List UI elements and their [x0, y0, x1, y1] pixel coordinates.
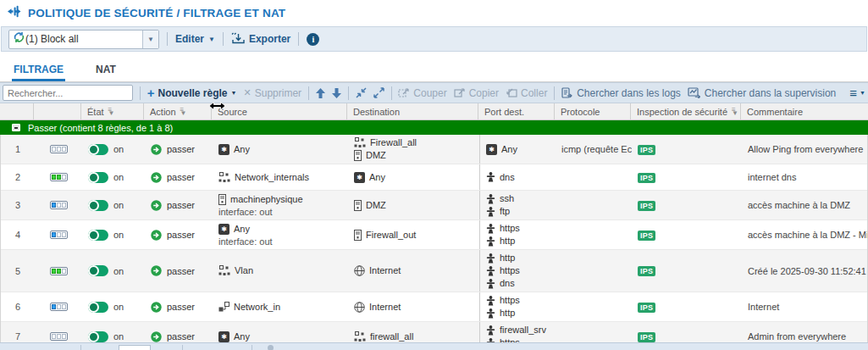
sort-icon[interactable]: ≡▼: [732, 108, 738, 115]
rule-row[interactable]: 3onpassermachinephysiqueinterface: outDM…: [1, 191, 867, 220]
paste-label: Coller: [521, 87, 547, 99]
move-down-button[interactable]: [332, 88, 341, 98]
toggle-knob: [88, 230, 99, 241]
state-toggle[interactable]: [88, 265, 108, 276]
object-entry: http: [486, 235, 550, 247]
ips-badge: IPS: [638, 201, 655, 211]
ips-badge: IPS: [638, 266, 655, 276]
port-icon: [486, 207, 495, 217]
sort-icon[interactable]: ≡▼: [180, 108, 187, 115]
refresh-icon[interactable]: [268, 345, 274, 350]
expand-all-button[interactable]: [373, 87, 384, 98]
object-entry: ✱Any: [486, 143, 550, 156]
column-protocole[interactable]: Protocole: [555, 103, 631, 119]
action-cell: passer: [145, 198, 213, 213]
toggle-knob: [88, 200, 99, 211]
any-icon: ✱: [486, 144, 497, 155]
rule-number: 6: [1, 300, 35, 314]
search-input[interactable]: [3, 85, 133, 101]
policy-selected-value: (1) Block all: [25, 33, 142, 45]
rule-row[interactable]: 6onpasserNetwork_inInternethttpshttpIPSI…: [1, 292, 867, 322]
column-port[interactable]: Port dest.: [478, 103, 555, 119]
column-source[interactable]: Source: [212, 103, 347, 119]
policy-selector[interactable]: (1) Block all ▼: [8, 30, 159, 49]
protocol-cell: [556, 175, 632, 179]
state-toggle[interactable]: [88, 230, 108, 241]
collapse-all-button[interactable]: [356, 87, 367, 98]
state-toggle[interactable]: [88, 172, 108, 183]
object-entry: https: [486, 222, 550, 235]
rule-row[interactable]: 4onpasser✱Anyinterface: outFirewall_outh…: [1, 220, 867, 250]
object-entry: DMZ: [354, 149, 473, 162]
state-toggle[interactable]: [88, 144, 108, 155]
column-destination[interactable]: Destination: [347, 103, 478, 119]
object-label: Any: [234, 143, 250, 156]
rule-row[interactable]: 2onpasserNetwork_internals✱AnydnsIPSinte…: [1, 164, 867, 191]
any-icon: ✱: [218, 224, 229, 235]
usage-gauge-icon: [50, 201, 68, 209]
tab-filtrage[interactable]: FILTRAGE: [12, 58, 65, 81]
status-bar: [0, 342, 868, 350]
search-supervision-button[interactable]: Chercher dans la supervision: [688, 87, 836, 99]
rule-row[interactable]: 1onpasser✱AnyFirewall_allDMZ✱Anyicmp (re…: [1, 135, 867, 164]
protocol-cell: icmp (requête Echo: [556, 142, 632, 156]
column-commentaire[interactable]: Commentaire: [741, 103, 868, 119]
tab-nat[interactable]: NAT: [94, 58, 118, 81]
column-etat-label: État: [87, 107, 104, 117]
state-toggle[interactable]: [88, 331, 108, 342]
state-toggle[interactable]: [88, 302, 108, 313]
info-icon[interactable]: i: [307, 33, 319, 46]
separator: [391, 86, 392, 100]
action-cell: passer: [145, 330, 213, 344]
ips-badge: IPS: [638, 173, 655, 183]
search-logs-label: Chercher dans les logs: [577, 87, 681, 99]
search-logs-button[interactable]: Chercher dans les logs: [561, 87, 681, 99]
comment-cell: accès machine à la DMZ: [742, 198, 867, 212]
edit-button[interactable]: Editer ▼: [175, 33, 215, 45]
column-etat[interactable]: État ≡▼: [81, 103, 144, 119]
source-cell: ✱Anyinterface: out: [213, 221, 348, 249]
export-button[interactable]: Exporter: [231, 32, 290, 47]
export-icon: [231, 32, 245, 47]
page-number-input[interactable]: [119, 345, 151, 350]
table-header: État ≡▼ Action ≡▼ Source Destination Por…: [0, 103, 868, 120]
server-icon: [218, 194, 226, 205]
collapse-all-icon: [356, 87, 367, 98]
port-icon: [486, 325, 495, 336]
port-icon: [486, 308, 495, 319]
delete-button[interactable]: ✕ Supprimer: [243, 87, 301, 99]
policy-caret-button[interactable]: ▼: [142, 31, 158, 48]
object-label: ssh: [500, 192, 514, 205]
sort-icon[interactable]: ≡▼: [108, 108, 115, 115]
column-inspection[interactable]: Inspection de sécurité ≡▼: [631, 103, 741, 119]
object-entry: ✱Any: [354, 171, 473, 184]
collapse-group-icon[interactable]: [12, 124, 20, 131]
object-label: http: [500, 252, 515, 264]
destination-cell: ✱Any: [348, 169, 479, 186]
paste-button[interactable]: Coller: [506, 87, 547, 99]
move-up-button[interactable]: [316, 88, 325, 98]
chevron-down-icon: ▼: [208, 36, 215, 43]
protocol-cell: [556, 269, 632, 273]
pass-action-icon: [151, 144, 162, 155]
state-toggle[interactable]: [88, 200, 108, 211]
column-row-number: [0, 103, 34, 119]
rule-row[interactable]: 5onpasserVlanInternethttphttpsdnsIPSCréé…: [1, 250, 867, 292]
rule-number: 5: [1, 264, 35, 278]
object-label: machinephysique: [230, 193, 303, 206]
protocol-cell: [556, 305, 632, 308]
arrow-down-icon: [332, 88, 341, 98]
object-label: Vlan: [235, 264, 253, 277]
cut-button[interactable]: Couper: [398, 87, 446, 99]
object-label: DMZ: [366, 149, 386, 162]
new-rule-button[interactable]: + Nouvelle règle ▼: [147, 87, 237, 99]
object-label: DMZ: [366, 199, 386, 212]
columns-menu-button[interactable]: ≡ ▼: [849, 86, 865, 100]
port-icon: [486, 224, 495, 234]
copy-button[interactable]: Copier: [454, 87, 499, 99]
action-label: passer: [167, 144, 195, 154]
rule-group-header[interactable]: Passer (contient 8 règles, de 1 à 8): [0, 120, 868, 135]
object-entry: Firewall_all: [354, 136, 473, 149]
usage-gauge-icon: [50, 303, 68, 311]
column-action[interactable]: Action ≡▼: [144, 103, 212, 119]
